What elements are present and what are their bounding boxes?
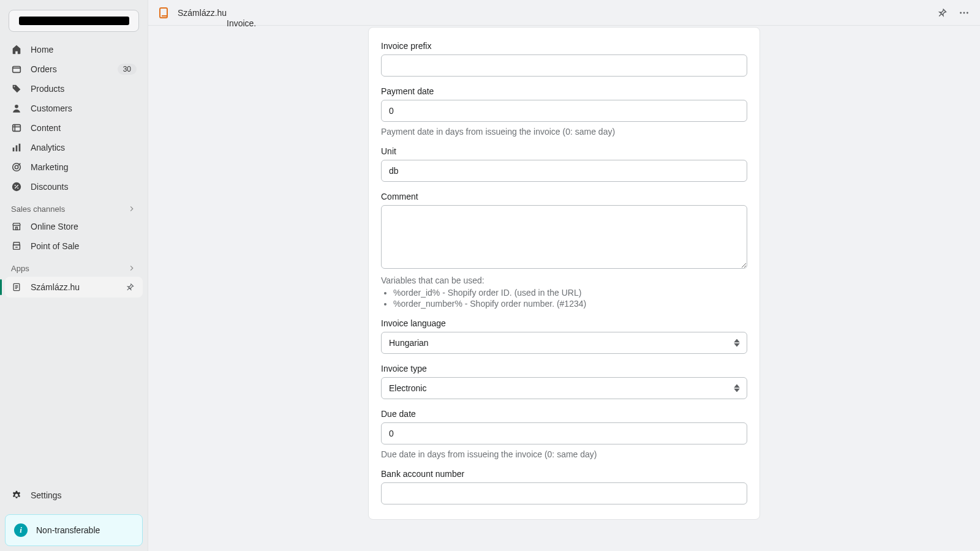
- svg-point-17: [963, 12, 965, 13]
- field-due-date: Due date Due date in days from issueing …: [381, 409, 747, 459]
- nav-settings[interactable]: Settings: [5, 485, 143, 506]
- main: Számlázz.hu Invoice. Invoice prefix: [148, 0, 980, 551]
- input-unit[interactable]: [381, 160, 747, 182]
- nav-discounts[interactable]: Discounts: [5, 178, 143, 196]
- store-switcher[interactable]: [9, 10, 139, 32]
- info-icon: i: [14, 523, 28, 537]
- home-icon: [11, 44, 22, 55]
- label-invoice-type: Invoice type: [381, 364, 747, 373]
- input-bank-account[interactable]: [381, 482, 747, 504]
- input-invoice-prefix[interactable]: [381, 54, 747, 77]
- label-payment-date: Payment date: [381, 86, 747, 96]
- topbar-more-button[interactable]: [956, 4, 973, 21]
- help-comment-intro: Variables that can be used:: [381, 276, 747, 285]
- info-banner-text: Non-transferable: [36, 525, 100, 535]
- tag-icon: [11, 83, 22, 94]
- topbar-title: Számlázz.hu: [178, 8, 227, 18]
- sales-channels-nav: Online Store Point of Sale: [5, 217, 143, 255]
- select-invoice-language[interactable]: Hungarian: [381, 332, 747, 354]
- svg-point-10: [17, 187, 18, 189]
- nav-customers-label: Customers: [31, 103, 72, 113]
- nav-marketing-label: Marketing: [31, 162, 68, 172]
- input-comment[interactable]: [381, 205, 747, 269]
- content-icon: [11, 122, 22, 133]
- field-invoice-language: Invoice language Hungarian: [381, 318, 747, 354]
- orders-icon: [11, 64, 22, 75]
- nav-settings-label: Settings: [31, 490, 62, 500]
- channel-online-store[interactable]: Online Store: [5, 217, 143, 236]
- svg-point-16: [960, 12, 962, 13]
- more-horizontal-icon: [959, 7, 970, 18]
- svg-rect-2: [13, 125, 21, 132]
- channel-pos[interactable]: Point of Sale: [5, 237, 143, 255]
- gear-icon: [11, 490, 22, 501]
- pin-button[interactable]: [123, 280, 137, 294]
- svg-rect-15: [162, 15, 168, 17]
- info-banner: i Non-transferable: [5, 514, 143, 546]
- label-invoice-prefix: Invoice prefix: [381, 41, 747, 51]
- page-section-hint: Invoice.: [227, 18, 256, 28]
- field-bank-account: Bank account number: [381, 469, 747, 504]
- svg-rect-11: [16, 227, 18, 230]
- app-szamlazz[interactable]: Számlázz.hu: [5, 277, 143, 298]
- nav-orders-label: Orders: [31, 64, 57, 74]
- label-unit: Unit: [381, 146, 747, 156]
- section-sales-channels[interactable]: Sales channels: [5, 196, 143, 217]
- nav-products[interactable]: Products: [5, 80, 143, 98]
- target-icon: [11, 162, 22, 173]
- svg-rect-0: [13, 67, 21, 73]
- svg-point-9: [15, 185, 16, 186]
- label-comment: Comment: [381, 192, 747, 201]
- field-comment: Comment Variables that can be used: %ord…: [381, 192, 747, 309]
- settings-card: Invoice prefix Payment date Payment date…: [368, 27, 760, 520]
- app-root: Home Orders 30 Products Customers: [0, 0, 980, 551]
- storefront-icon: [11, 221, 22, 232]
- label-due-date: Due date: [381, 409, 747, 419]
- person-icon: [11, 103, 22, 114]
- analytics-icon: [11, 142, 22, 153]
- sidebar: Home Orders 30 Products Customers: [0, 0, 148, 551]
- nav-content-label: Content: [31, 123, 61, 133]
- nav-customers[interactable]: Customers: [5, 99, 143, 118]
- help-comment-item: %order_number% - Shopify order number. (…: [393, 299, 747, 309]
- field-payment-date: Payment date Payment date in days from i…: [381, 86, 747, 137]
- chevron-right-icon: [128, 205, 137, 214]
- nav-analytics[interactable]: Analytics: [5, 138, 143, 157]
- pin-icon: [126, 283, 134, 291]
- help-due-date: Due date in days from issueing the invoi…: [381, 449, 747, 459]
- field-unit: Unit: [381, 146, 747, 182]
- input-payment-date[interactable]: [381, 100, 747, 122]
- nav-home-label: Home: [31, 45, 53, 54]
- nav-content[interactable]: Content: [5, 119, 143, 137]
- select-invoice-type[interactable]: Electronic: [381, 377, 747, 399]
- topbar: Számlázz.hu: [148, 0, 980, 26]
- section-apps-label: Apps: [11, 264, 29, 273]
- nav-analytics-label: Analytics: [31, 143, 65, 152]
- apps-nav: Számlázz.hu: [5, 277, 143, 298]
- content-scroll[interactable]: Invoice prefix Payment date Payment date…: [148, 26, 980, 551]
- nav-products-label: Products: [31, 84, 64, 94]
- nav-orders[interactable]: Orders 30: [5, 60, 143, 78]
- svg-rect-4: [16, 145, 18, 151]
- store-name-redacted: [19, 17, 129, 25]
- nav-marketing[interactable]: Marketing: [5, 158, 143, 176]
- channel-pos-label: Point of Sale: [31, 241, 79, 251]
- pos-icon: [11, 241, 22, 252]
- svg-point-1: [15, 105, 18, 108]
- topbar-pin-button[interactable]: [933, 4, 951, 21]
- svg-rect-5: [19, 144, 21, 152]
- primary-nav: Home Orders 30 Products Customers: [5, 40, 143, 196]
- nav-home[interactable]: Home: [5, 40, 143, 59]
- help-comment-list: %order_id% - Shopify order ID. (used in …: [393, 288, 747, 309]
- label-bank-account: Bank account number: [381, 469, 747, 479]
- help-comment-item: %order_id% - Shopify order ID. (used in …: [393, 288, 747, 298]
- field-invoice-type: Invoice type Electronic: [381, 364, 747, 399]
- pin-icon: [937, 8, 947, 18]
- app-szamlazz-label: Számlázz.hu: [31, 282, 80, 292]
- section-apps[interactable]: Apps: [5, 255, 143, 277]
- help-payment-date: Payment date in days from issueing the i…: [381, 127, 747, 137]
- svg-rect-3: [13, 148, 15, 151]
- topbar-actions: [933, 4, 973, 21]
- field-invoice-prefix: Invoice prefix: [381, 41, 747, 77]
- input-due-date[interactable]: [381, 422, 747, 444]
